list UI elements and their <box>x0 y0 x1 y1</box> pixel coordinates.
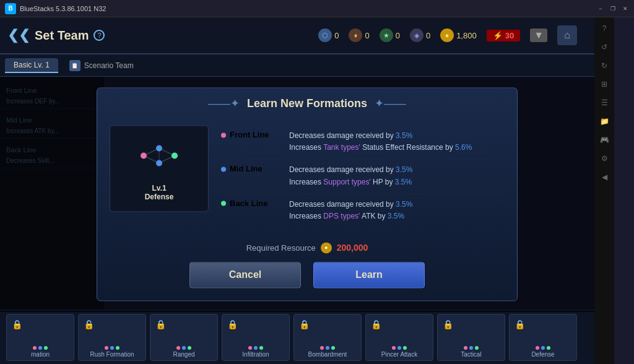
slot-tactical[interactable]: 🔒 Tactical <box>437 314 505 361</box>
mid-line-row: Mid Line Decreases damage received by 3.… <box>221 160 505 194</box>
learn-button[interactable]: Learn <box>313 262 425 288</box>
sidebar-icon-7[interactable]: 🎮 <box>596 131 613 149</box>
front-line-row: Front Line Decreases damage received by … <box>221 125 505 159</box>
svg-point-8 <box>172 152 178 158</box>
slot-dot-blue-1 <box>38 346 42 350</box>
slot-dot-blue-6 <box>397 346 401 350</box>
slot-lock-7: 🔒 <box>443 319 453 329</box>
slot-label-tactical: Tactical <box>461 351 481 358</box>
slot-dot-green-6 <box>403 346 407 350</box>
title-bar: B BlueStacks 5.3.86.1001 N32 − ❐ ✕ <box>0 0 634 17</box>
sidebar-icon-5[interactable]: ☰ <box>596 94 613 111</box>
slot-lock-1: 🔒 <box>12 319 22 329</box>
restore-button[interactable]: ❐ <box>608 4 618 14</box>
slot-label-pincer: Pincer Attack <box>381 351 417 358</box>
front-line-dot <box>221 132 226 137</box>
slot-dot-pink-1 <box>33 346 37 350</box>
slot-dots-2 <box>105 346 119 350</box>
minimize-button[interactable]: − <box>596 4 606 14</box>
tab-scenario[interactable]: 📋 Scenario Team <box>61 58 142 74</box>
slot-dot-pink-8 <box>536 346 539 350</box>
back-line-text: Back Line <box>230 199 267 208</box>
slot-dot-blue-2 <box>110 346 114 350</box>
mid-val1: 3.5% <box>396 166 412 175</box>
energy-dropdown[interactable]: ▼ <box>530 28 547 42</box>
slot-dots-4 <box>248 346 263 350</box>
sidebar-icon-1[interactable]: ? <box>596 20 613 37</box>
slot-ranged[interactable]: 🔒 Ranged <box>150 314 218 361</box>
svg-point-6 <box>156 145 162 151</box>
slot-lock-4: 🔒 <box>227 319 238 329</box>
svg-point-7 <box>156 160 162 166</box>
slot-dot-green-1 <box>44 346 48 350</box>
mid-line-info: Decreases damage received by 3.5% Increa… <box>289 165 412 188</box>
slot-defense[interactable]: 🔒 Defense <box>509 314 577 361</box>
content-area: Front Line Increases DEF by... Mid Line … <box>0 77 614 312</box>
sidebar-icon-3[interactable]: ↻ <box>596 57 613 74</box>
slot-dots-1 <box>33 346 48 350</box>
formation-preview: Lv.1 Defense <box>110 125 209 212</box>
back-val2: 3.5% <box>388 212 404 220</box>
resource-item-3: ★ 0 <box>380 28 400 42</box>
slot-dot-green-7 <box>475 346 479 350</box>
slot-rush-formation[interactable]: 🔒 Rush Formation <box>78 314 146 361</box>
slot-dot-green-4 <box>259 346 263 350</box>
back-highlight: DPS types' <box>323 212 360 220</box>
bottom-formation-bar: 🔒 mation 🔒 Rush Formation 🔒 <box>0 310 594 364</box>
resource-amount: 200,000 <box>337 243 368 253</box>
resource-value-1: 0 <box>334 31 339 40</box>
slot-dot-blue-3 <box>182 346 186 350</box>
mid-line-text: Mid Line <box>230 165 263 174</box>
resource-icon-4: ◈ <box>410 28 423 42</box>
cancel-button[interactable]: Cancel <box>189 262 301 288</box>
close-button[interactable]: ✕ <box>620 4 630 14</box>
slot-dots-3 <box>176 346 191 350</box>
resource-icon-3: ★ <box>380 28 393 42</box>
front-line-label: Front Line <box>221 130 283 139</box>
resource-item-4: ◈ 0 <box>410 28 430 42</box>
slot-formation[interactable]: 🔒 mation <box>6 314 74 361</box>
slot-dot-pink-7 <box>464 346 467 350</box>
sidebar-icon-4[interactable]: ⊞ <box>596 76 613 93</box>
main-content: ❮❮ Set Team ? ⬡ 0 ♦ 0 ★ 0 ◈ 0 <box>0 17 614 364</box>
slot-lock-3: 🔒 <box>155 319 166 329</box>
sidebar-icon-9[interactable]: ◀ <box>596 168 613 186</box>
slot-dot-pink-3 <box>176 346 180 350</box>
slot-dot-pink-6 <box>392 346 396 350</box>
slot-infiltration[interactable]: 🔒 Infiltration <box>222 314 290 361</box>
energy-box: ⚡ 30 <box>487 30 520 41</box>
slot-label-1: mation <box>31 351 50 358</box>
slot-dot-pink-5 <box>320 346 324 350</box>
sidebar-icon-2[interactable]: ↺ <box>596 38 613 56</box>
front-val1: 3.5% <box>396 131 412 140</box>
slot-pincer-attack[interactable]: 🔒 Pincer Attack <box>365 314 433 361</box>
modal-buttons: Cancel Learn <box>97 262 517 288</box>
slot-dot-green-2 <box>116 346 119 350</box>
formation-level: Lv.1 <box>152 184 166 193</box>
front-line-text: Front Line <box>230 130 269 139</box>
slot-dot-green-8 <box>547 346 550 350</box>
home-button[interactable]: ⌂ <box>557 25 577 45</box>
back-val1: 3.5% <box>396 200 412 209</box>
energy-icon: ⚡ <box>493 31 503 40</box>
sidebar-icon-8[interactable]: ⚙ <box>596 150 613 167</box>
coin-icon: ● <box>440 28 454 42</box>
resource-item-coins: ● 1,800 <box>440 28 477 42</box>
window-controls: − ❐ ✕ <box>596 4 630 14</box>
back-button[interactable]: ❮❮ <box>7 27 30 43</box>
back-line-label: Back Line <box>221 199 283 208</box>
help-icon[interactable]: ? <box>93 30 105 41</box>
modal-deco-right: ✦—— <box>375 97 406 110</box>
slot-bombardment[interactable]: 🔒 Bombardment <box>293 314 362 361</box>
front-line-info: Decreases damage received by 3.5% Increa… <box>289 130 472 154</box>
slot-dot-green-3 <box>188 346 191 350</box>
sidebar-icon-6[interactable]: 📁 <box>596 113 613 130</box>
slot-dots-6 <box>392 346 407 350</box>
modal-body: Lv.1 Defense Front Line Decreases <box>97 119 517 233</box>
formation-diagram <box>134 136 184 179</box>
mid-line-label: Mid Line <box>221 165 283 174</box>
slot-dot-blue-7 <box>469 346 473 350</box>
slot-dot-pink-4 <box>248 346 252 350</box>
slot-lock-8: 🔒 <box>515 319 525 329</box>
tab-basic[interactable]: Basic Lv. 1 <box>5 58 58 73</box>
